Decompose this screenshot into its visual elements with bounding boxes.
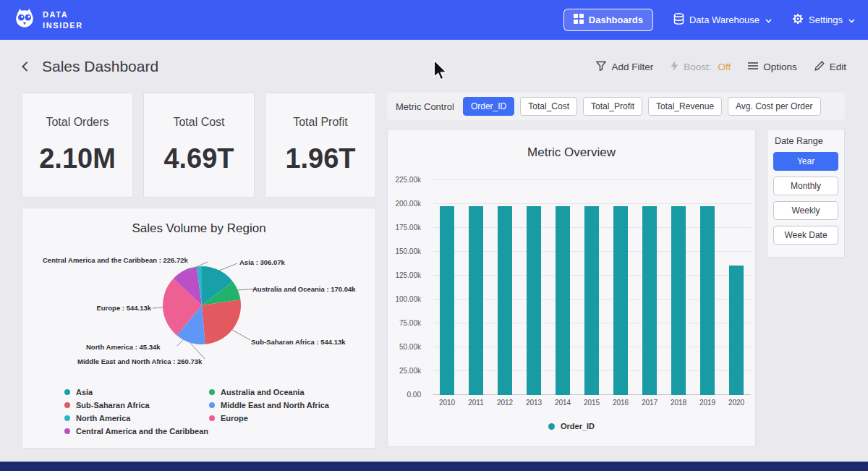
bar-2019[interactable] — [700, 206, 715, 395]
bar-2020[interactable] — [729, 266, 744, 395]
app-screen: DATA INSIDER Dashboards — [0, 0, 868, 471]
gear-icon — [792, 13, 804, 27]
page-title: Sales Dashboard — [42, 58, 158, 75]
page-header: Sales Dashboard Add Filter Boost: Off — [19, 55, 846, 78]
owl-logo-icon — [13, 7, 36, 33]
x-tick-label: 2011 — [461, 399, 490, 407]
pie-slice-sub-saharan-africa[interactable] — [202, 300, 241, 344]
metric-button-total-profit[interactable]: Total_Profit — [583, 97, 642, 116]
metric-control-bar: Metric Control Order_ID Total_Cost Total… — [387, 93, 845, 120]
footer-bar — [0, 462, 868, 471]
metric-overview-card: Metric Overview 0.0025.00k50.00k75.00k10… — [387, 129, 756, 447]
y-tick-label: 125.00k — [395, 271, 421, 279]
dashboard-grid-icon — [574, 14, 584, 26]
x-tick-label: 2019 — [693, 399, 722, 407]
legend-dot — [548, 423, 555, 430]
legend-dot — [64, 428, 70, 434]
y-tick-label: 100.00k — [395, 295, 421, 303]
date-range-weekly-button[interactable]: Weekly — [773, 201, 838, 220]
bar-2014[interactable] — [556, 206, 570, 395]
legend-item-central-america[interactable]: Central America and the Caribbean — [64, 427, 209, 436]
date-range-panel: Date Range Year Monthly Weekly Week Date — [767, 129, 845, 258]
edit-button[interactable]: Edit — [814, 61, 846, 73]
bar-2016[interactable] — [613, 206, 628, 395]
y-tick-label: 0.00 — [407, 391, 421, 399]
bar-2018[interactable] — [671, 206, 686, 395]
pie-label-australia-oceania: Australia and Oceania : 170.04k — [252, 285, 356, 293]
options-button[interactable]: Options — [748, 61, 797, 72]
bar-2013[interactable] — [527, 206, 541, 395]
bar-chart-x-axis: 2010201120122013201420152016201720182019… — [433, 399, 751, 407]
x-tick-label: 2015 — [577, 399, 606, 407]
bar-2017[interactable] — [642, 206, 657, 395]
metric-button-total-cost[interactable]: Total_Cost — [520, 97, 577, 116]
legend-item-europe[interactable]: Europe — [209, 414, 354, 423]
nav-dashboards[interactable]: Dashboards — [563, 9, 653, 31]
brand-logo[interactable]: DATA INSIDER — [13, 7, 83, 33]
metric-control-label: Metric Control — [396, 101, 454, 112]
legend-item-australia-oceania[interactable]: Australia and Oceania — [209, 388, 354, 396]
kpi-card-total-profit: Total Profit 1.96T — [265, 93, 376, 198]
sales-volume-by-region-card: Sales Volume by Region Central America a… — [22, 208, 376, 449]
legend-dot — [64, 402, 70, 408]
bar-chart-bars — [433, 180, 751, 395]
y-tick-label: 150.00k — [395, 247, 421, 255]
x-tick-label: 2013 — [519, 399, 548, 407]
bar-2011[interactable] — [469, 206, 483, 395]
date-range-week-date-button[interactable]: Week Date — [773, 226, 838, 245]
bar-2012[interactable] — [498, 206, 512, 395]
legend-item-middle-east-north-africa[interactable]: Middle East and North Africa — [209, 401, 354, 410]
header-actions: Add Filter Boost: Off Options — [596, 61, 846, 73]
pie-label-central-america: Central America and the Caribbean : 226.… — [43, 256, 188, 264]
nav-settings[interactable]: Settings — [792, 13, 855, 27]
bar-2010[interactable] — [440, 206, 454, 395]
y-tick-label: 175.00k — [395, 224, 421, 232]
kpi-title: Total Profit — [293, 116, 348, 129]
chevron-down-icon — [765, 14, 772, 25]
navbar-menu: Dashboards Data Warehouse — [563, 9, 855, 31]
nav-data-warehouse[interactable]: Data Warehouse — [673, 13, 772, 27]
y-tick-label: 200.00k — [395, 200, 421, 208]
bar-chart-legend[interactable]: Order_ID — [388, 422, 755, 430]
top-navbar: DATA INSIDER Dashboards — [0, 0, 868, 40]
legend-dot — [209, 389, 215, 395]
legend-label: Order_ID — [561, 422, 595, 430]
legend-item-north-america[interactable]: North America — [64, 414, 209, 423]
x-tick-label: 2016 — [606, 399, 635, 407]
bolt-icon — [671, 61, 678, 73]
boost-toggle[interactable]: Boost: Off — [671, 61, 731, 73]
x-tick-label: 2020 — [722, 399, 751, 407]
bar-chart-plot — [433, 180, 751, 395]
boost-status: Off — [718, 61, 731, 72]
x-tick-label: 2010 — [433, 399, 461, 407]
metric-button-total-revenue[interactable]: Total_Revenue — [648, 97, 722, 116]
funnel-icon — [596, 61, 606, 73]
legend-item-asia[interactable]: Asia — [64, 388, 209, 396]
database-icon — [673, 13, 684, 27]
date-range-year-button[interactable]: Year — [773, 152, 838, 171]
kpi-value: 4.69T — [163, 143, 234, 174]
x-tick-label: 2012 — [490, 399, 519, 407]
metric-button-avg-cost-per-order[interactable]: Avg. Cost per Order — [728, 97, 821, 116]
bar-2015[interactable] — [584, 206, 599, 395]
legend-dot — [64, 389, 70, 395]
pie-chart-area: Central America and the Caribbean : 226.… — [22, 246, 377, 385]
brand-text: DATA INSIDER — [43, 9, 83, 31]
y-tick-label: 25.00k — [399, 367, 421, 375]
date-range-monthly-button[interactable]: Monthly — [773, 177, 838, 195]
pie-label-middle-east-north-africa: Middle East and North Africa : 260.73k — [77, 357, 202, 365]
pie-label-north-america: North America : 45.34k — [86, 343, 161, 351]
back-button[interactable] — [19, 60, 32, 73]
legend-item-sub-saharan-africa[interactable]: Sub-Saharan Africa — [64, 401, 209, 410]
pie-label-asia: Asia : 306.07k — [239, 258, 285, 266]
kpi-title: Total Orders — [46, 116, 109, 129]
chart-title: Sales Volume by Region — [22, 221, 375, 236]
legend-dot — [64, 415, 70, 421]
kpi-title: Total Cost — [173, 116, 224, 129]
x-tick-label: 2017 — [635, 399, 664, 407]
pencil-icon — [814, 61, 825, 73]
add-filter-button[interactable]: Add Filter — [596, 61, 653, 73]
pie-label-sub-saharan-africa: Sub-Saharan Africa : 544.13k — [251, 338, 346, 346]
x-tick-label: 2018 — [664, 399, 693, 407]
metric-button-order-id[interactable]: Order_ID — [463, 97, 514, 116]
